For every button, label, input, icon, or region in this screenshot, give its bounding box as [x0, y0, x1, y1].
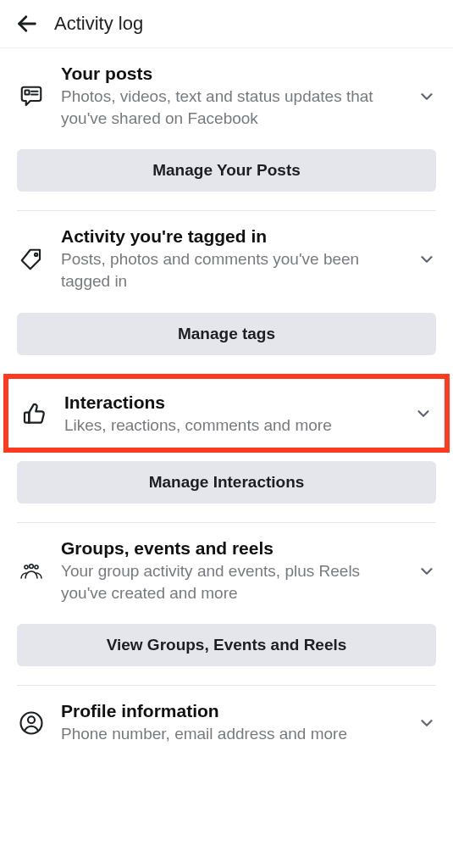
- row-tagged[interactable]: Activity you're tagged in Posts, photos …: [17, 211, 436, 297]
- chevron-down-icon: [417, 250, 436, 269]
- row-subtitle: Likes, reactions, comments and more: [64, 415, 399, 437]
- posts-icon: [17, 84, 46, 109]
- row-groups[interactable]: Groups, events and reels Your group acti…: [17, 523, 436, 609]
- profile-icon: [17, 710, 46, 736]
- row-title: Your posts: [61, 64, 402, 84]
- svg-point-9: [28, 717, 35, 724]
- chevron-down-icon: [417, 562, 436, 581]
- row-subtitle: Posts, photos and comments you've been t…: [61, 248, 402, 292]
- section-your-posts: Your posts Photos, videos, text and stat…: [0, 48, 453, 192]
- back-icon[interactable]: [15, 12, 39, 36]
- row-subtitle: Phone number, email address and more: [61, 723, 402, 745]
- groups-icon: [17, 559, 46, 584]
- row-text: Your posts Photos, videos, text and stat…: [61, 64, 402, 129]
- row-text: Interactions Likes, reactions, comments …: [64, 392, 399, 437]
- highlight-interactions: Interactions Likes, reactions, comments …: [3, 374, 450, 453]
- header: Activity log: [0, 0, 453, 48]
- chevron-down-icon: [414, 404, 433, 423]
- svg-rect-1: [25, 90, 30, 94]
- manage-interactions-button[interactable]: Manage Interactions: [17, 461, 436, 504]
- row-title: Profile information: [61, 701, 402, 721]
- section-tagged: Activity you're tagged in Posts, photos …: [0, 211, 453, 354]
- row-title: Activity you're tagged in: [61, 226, 402, 247]
- section-groups: Groups, events and reels Your group acti…: [0, 523, 453, 666]
- thumbs-up-icon: [20, 400, 49, 427]
- page-title: Activity log: [54, 13, 143, 35]
- row-subtitle: Your group activity and events, plus Ree…: [61, 560, 402, 604]
- view-groups-button[interactable]: View Groups, Events and Reels: [17, 624, 436, 666]
- row-title: Groups, events and reels: [61, 538, 402, 559]
- row-your-posts[interactable]: Your posts Photos, videos, text and stat…: [17, 48, 436, 134]
- section-profile: Profile information Phone number, email …: [0, 686, 453, 750]
- svg-point-6: [30, 565, 34, 569]
- section-interactions-btn: Manage Interactions: [0, 461, 453, 504]
- svg-point-5: [25, 565, 28, 569]
- row-title: Interactions: [64, 392, 399, 413]
- chevron-down-icon: [417, 714, 436, 732]
- tag-icon: [17, 247, 46, 272]
- chevron-down-icon: [417, 87, 436, 106]
- row-subtitle: Photos, videos, text and status updates …: [61, 86, 402, 129]
- manage-your-posts-button[interactable]: Manage Your Posts: [17, 149, 436, 192]
- svg-point-7: [35, 565, 38, 569]
- row-text: Activity you're tagged in Posts, photos …: [61, 226, 402, 292]
- row-text: Groups, events and reels Your group acti…: [61, 538, 402, 604]
- manage-tags-button[interactable]: Manage tags: [17, 313, 436, 355]
- svg-point-4: [35, 253, 37, 256]
- row-text: Profile information Phone number, email …: [61, 701, 402, 745]
- row-profile[interactable]: Profile information Phone number, email …: [17, 686, 436, 750]
- row-interactions[interactable]: Interactions Likes, reactions, comments …: [8, 379, 445, 448]
